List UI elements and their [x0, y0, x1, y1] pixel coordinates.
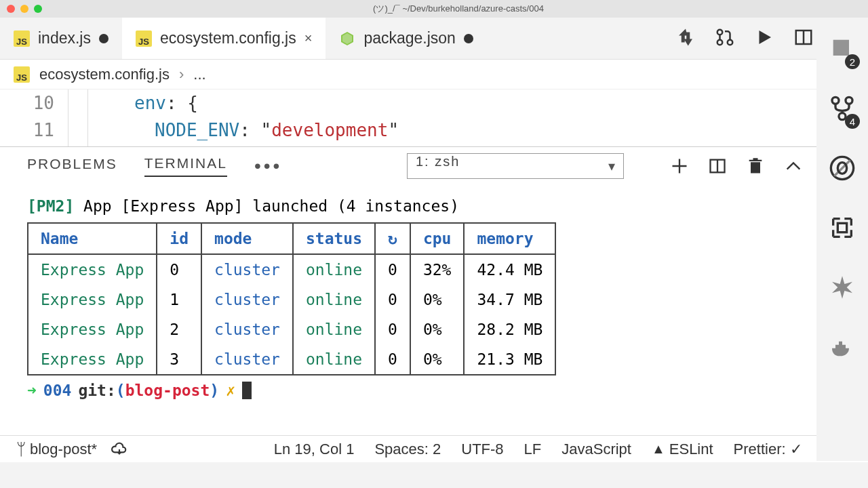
terminal-selector[interactable]: 1: zsh	[407, 153, 624, 179]
svg-point-1	[717, 39, 723, 45]
kill-terminal-icon[interactable]	[746, 157, 765, 176]
table-row: Express App2clusteronline00%28.2 MB	[28, 314, 555, 344]
terminal-content[interactable]: [PM2] App [Express App] launched (4 inst…	[0, 184, 868, 435]
badge-count: 4	[845, 114, 860, 129]
panel-tabbar: PROBLEMS TERMINAL ••• 1: zsh	[0, 146, 868, 184]
window-title: (ツ)_/¯ ~/Dev/burkeholland/azure-casts/00…	[56, 3, 861, 15]
activity-frame-icon[interactable]	[829, 214, 856, 244]
col-id: id	[157, 223, 201, 254]
panel-tab-problems[interactable]: PROBLEMS	[27, 156, 117, 176]
prompt-arrow-icon: ➜	[27, 380, 37, 401]
sync-icon[interactable]	[111, 442, 128, 457]
tab-label: package.json	[363, 29, 456, 47]
svg-rect-15	[837, 223, 846, 232]
titlebar: (ツ)_/¯ ~/Dev/burkeholland/azure-casts/00…	[0, 0, 868, 18]
js-file-icon: JS	[14, 30, 30, 47]
pm2-process-table: Name id mode status ↻ cpu memory Express…	[27, 222, 556, 375]
activity-github-icon[interactable]: 2	[829, 35, 856, 65]
tab-index-js[interactable]: JS index.js	[0, 18, 122, 59]
status-position[interactable]: Ln 19, Col 1	[274, 441, 355, 458]
breadcrumb-file: ecosystem.config.js	[39, 66, 170, 83]
activity-bar-right: 2 4	[816, 19, 868, 461]
warning-icon: ▲	[652, 441, 665, 457]
git-pull-request-icon[interactable]	[715, 27, 735, 50]
git-compare-icon[interactable]	[675, 27, 696, 50]
breadcrumb-trail: ...	[193, 66, 205, 83]
chevron-right-icon: ›	[179, 66, 184, 83]
status-encoding[interactable]: UTF-8	[461, 441, 503, 458]
maximize-panel-icon[interactable]	[784, 157, 803, 176]
table-row: Express App1clusteronline00%34.7 MB	[28, 285, 555, 314]
tab-label: index.js	[38, 29, 91, 47]
activity-star-icon[interactable]	[829, 274, 856, 304]
statusbar: blog-post* Ln 19, Col 1 Spaces: 2 UTF-8 …	[0, 435, 868, 462]
line-number: 10	[0, 89, 54, 117]
js-file-icon: JS	[136, 30, 152, 47]
col-memory: memory	[464, 223, 555, 254]
activity-docker-icon[interactable]	[829, 333, 856, 363]
dirty-indicator-icon	[464, 34, 473, 43]
minimize-window-icon[interactable]	[20, 5, 28, 13]
status-spaces[interactable]: Spaces: 2	[374, 441, 441, 458]
tab-label: ecosystem.config.js	[160, 29, 296, 47]
prompt-dirty-icon: ✗	[226, 380, 235, 401]
breadcrumb[interactable]: JS ecosystem.config.js › ...	[0, 60, 868, 89]
status-language[interactable]: JavaScript	[561, 441, 631, 458]
new-terminal-icon[interactable]	[670, 157, 689, 176]
editor-tabbar: JS index.js JS ecosystem.config.js × pac…	[0, 18, 868, 60]
close-window-icon[interactable]	[7, 5, 15, 13]
dirty-indicator-icon	[99, 34, 108, 43]
svg-point-10	[832, 97, 839, 104]
status-eslint[interactable]: ▲ ESLint	[652, 441, 713, 458]
status-branch[interactable]: blog-post*	[16, 440, 97, 459]
status-eol[interactable]: LF	[524, 441, 542, 458]
js-file-icon: JS	[14, 66, 30, 83]
panel-tab-terminal[interactable]: TERMINAL	[144, 155, 227, 177]
code-content[interactable]: env: { NODE_ENV: "development"	[94, 89, 868, 146]
activity-fork-icon[interactable]: 4	[829, 95, 856, 125]
table-row: Express App0clusteronline032%42.4 MB	[28, 254, 555, 285]
activity-bug-disabled-icon[interactable]	[829, 155, 856, 184]
prompt-folder: 004	[43, 380, 72, 401]
svg-point-0	[717, 29, 723, 35]
status-prettier[interactable]: Prettier: ✓	[734, 441, 802, 458]
editor-gutter: 10 11	[0, 89, 94, 146]
run-icon[interactable]	[754, 27, 774, 50]
col-name: Name	[28, 223, 157, 254]
terminal-cursor	[242, 382, 252, 399]
tab-ecosystem-config[interactable]: JS ecosystem.config.js ×	[122, 18, 326, 59]
split-editor-icon[interactable]	[793, 27, 814, 50]
terminal-selector-label: 1: zsh	[416, 154, 460, 169]
col-mode: mode	[201, 223, 293, 254]
svg-point-2	[728, 39, 733, 45]
editor-area[interactable]: 10 11 env: { NODE_ENV: "development"	[0, 89, 868, 146]
col-cpu: cpu	[410, 223, 465, 254]
badge-count: 2	[845, 54, 860, 69]
tab-package-json[interactable]: package.json	[326, 18, 487, 59]
line-number: 11	[0, 117, 54, 144]
node-file-icon	[339, 30, 355, 47]
fold-guide	[68, 89, 88, 146]
split-terminal-icon[interactable]	[708, 157, 727, 176]
svg-point-11	[846, 97, 852, 104]
close-tab-icon[interactable]: ×	[304, 30, 313, 46]
git-branch-icon	[16, 440, 26, 459]
maximize-window-icon[interactable]	[34, 5, 42, 13]
panel-more-icon[interactable]: •••	[254, 155, 282, 177]
terminal-prompt[interactable]: ➜ 004 git:(blog-post) ✗	[27, 380, 841, 401]
col-status: status	[293, 223, 375, 254]
col-restart: ↻	[375, 223, 410, 254]
terminal-output-line: [PM2] App [Express App] launched (4 inst…	[27, 195, 841, 217]
window-controls	[7, 5, 42, 13]
table-row: Express App3clusteronline00%21.3 MB	[28, 344, 555, 375]
